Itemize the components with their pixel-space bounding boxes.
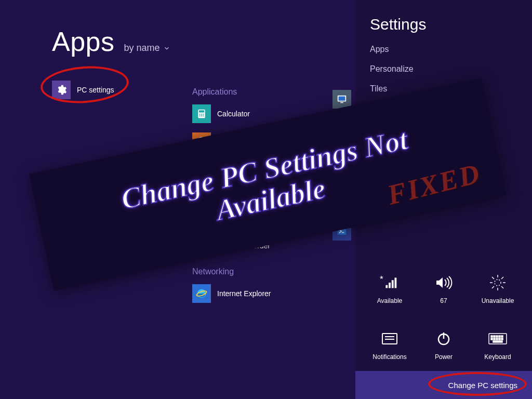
tile-label: Calculator (217, 110, 250, 118)
charm-tile-keyboard[interactable]: Keyboard (471, 313, 525, 361)
svg-rect-15 (201, 242, 203, 247)
remote-desktop-icon (332, 90, 351, 109)
tile-internet-explorer[interactable]: Internet Explorer (192, 282, 301, 305)
charm-link-help[interactable]: Help (370, 99, 517, 118)
svg-point-9 (201, 139, 202, 140)
charm-tile-label: Power (435, 353, 453, 361)
svg-point-8 (198, 140, 200, 141)
charm-tile-label: Unavailable (482, 297, 514, 304)
apps-column-1: PC settings (52, 78, 161, 310)
svg-text:*: * (380, 275, 383, 284)
svg-point-3 (201, 114, 202, 115)
charm-tile-label: 67 (440, 297, 447, 304)
microphone-icon (192, 236, 211, 255)
tile-label: WordPad (217, 194, 247, 202)
svg-rect-13 (201, 198, 204, 198)
group-header-applications: Applications (192, 87, 301, 97)
tile-paint[interactable]: Paint (192, 130, 301, 154)
charm-tile-volume[interactable]: 67 (417, 257, 471, 304)
charm-tile-network[interactable]: * Available (363, 257, 417, 304)
speaker-icon (433, 272, 454, 293)
svg-point-2 (200, 114, 201, 115)
charm-tile-label: Available (377, 297, 402, 304)
tile-label: Internet Explorer (217, 289, 271, 298)
settings-charm-panel: Settings Apps Personalize Tiles Help * A… (355, 0, 532, 399)
charm-tile-brightness[interactable]: Unavailable (471, 257, 525, 304)
steps-icon (332, 166, 351, 184)
svg-line-39 (492, 277, 494, 279)
charm-link-apps[interactable]: Apps (370, 39, 517, 59)
chevron-down-icon (163, 45, 170, 52)
svg-point-4 (203, 114, 204, 115)
svg-rect-50 (494, 336, 495, 337)
charm-title: Settings (355, 0, 532, 39)
svg-point-5 (200, 115, 201, 116)
calculator-icon (192, 104, 211, 123)
apps-sort-dropdown[interactable]: by name (124, 43, 170, 54)
group-header-networking: Networking (192, 267, 301, 276)
svg-rect-54 (491, 338, 493, 340)
charm-tile-label: Notifications (373, 353, 406, 361)
document-icon (192, 189, 211, 207)
apps-sort-label: by name (124, 43, 160, 54)
brightness-icon (487, 272, 508, 293)
svg-rect-32 (392, 280, 394, 288)
charm-footer: Change PC settings (355, 371, 532, 399)
group-header-media: Media (192, 219, 301, 229)
svg-rect-30 (385, 285, 388, 288)
tile-calculator[interactable]: Calculator (192, 102, 301, 126)
tile-sound-recorder[interactable]: Sound Recorder (192, 234, 301, 258)
network-signal-icon: * (379, 272, 400, 293)
svg-point-34 (495, 280, 501, 286)
svg-rect-1 (199, 110, 204, 112)
svg-rect-33 (395, 278, 397, 288)
tile-sticky-notes[interactable]: Sticky Notes (192, 158, 301, 182)
apps-column-2: Applications Calculator Paint (192, 78, 301, 310)
svg-point-10 (203, 139, 204, 140)
scissors-icon (332, 138, 351, 156)
charm-tile-power[interactable]: Power (417, 313, 471, 361)
svg-rect-55 (494, 338, 495, 340)
palette-icon (192, 132, 211, 151)
change-pc-settings-link[interactable]: Change PC settings (448, 381, 517, 390)
tile-label: PC settings (77, 86, 114, 94)
powershell-icon (332, 222, 351, 241)
svg-rect-21 (340, 102, 343, 103)
charm-link-tiles[interactable]: Tiles (370, 79, 517, 99)
shield-icon (332, 194, 351, 212)
sticky-note-icon (192, 161, 211, 179)
svg-line-42 (492, 286, 494, 288)
svg-rect-52 (499, 336, 500, 337)
charm-tile-notifications[interactable]: Notifications (363, 313, 417, 361)
svg-rect-53 (501, 336, 503, 337)
charm-link-personalize[interactable]: Personalize (370, 59, 517, 79)
svg-rect-58 (501, 338, 503, 340)
svg-rect-59 (493, 341, 502, 342)
svg-rect-12 (201, 197, 204, 197)
charm-quick-tiles: * Available 67 Unavailable Not (355, 257, 532, 361)
tile-label: Sound Recorder (217, 242, 270, 250)
gear-icon (52, 81, 71, 99)
charm-tile-label: Keyboard (484, 353, 511, 361)
svg-line-41 (501, 277, 503, 279)
apps-title: Apps (52, 26, 115, 57)
charm-links: Apps Personalize Tiles Help (355, 39, 532, 118)
tile-label: Paint (217, 138, 234, 146)
svg-rect-51 (496, 336, 498, 337)
svg-rect-20 (339, 97, 345, 101)
svg-rect-14 (201, 199, 203, 200)
tile-pc-settings[interactable]: PC settings (52, 78, 161, 102)
svg-point-11 (203, 141, 204, 142)
svg-rect-57 (499, 338, 500, 340)
power-icon (433, 328, 454, 349)
tile-label: Sticky Notes (217, 166, 258, 174)
svg-rect-49 (491, 336, 493, 337)
keyboard-icon (487, 328, 508, 349)
svg-point-6 (201, 115, 202, 116)
svg-point-27 (341, 174, 343, 177)
tile-wordpad[interactable]: WordPad (192, 186, 301, 210)
svg-rect-31 (389, 283, 391, 288)
svg-point-7 (203, 115, 204, 116)
internet-explorer-icon (192, 284, 211, 303)
svg-line-40 (501, 286, 503, 288)
